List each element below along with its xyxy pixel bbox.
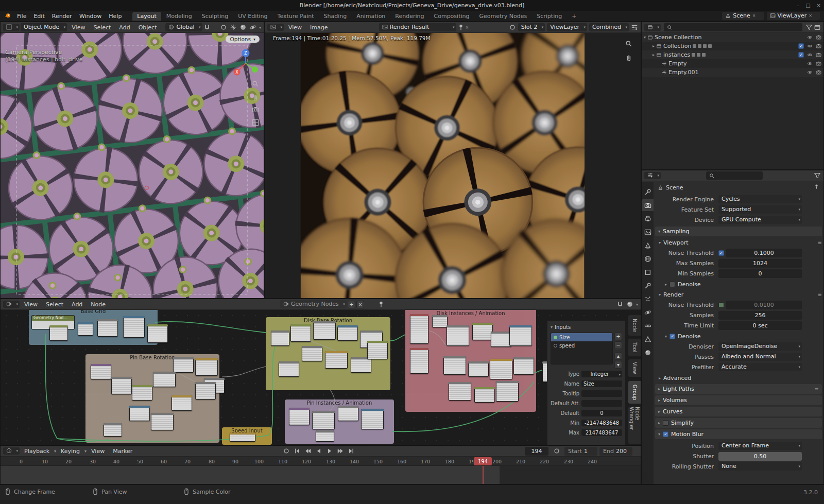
proportional-edit-icon[interactable] bbox=[220, 24, 227, 31]
viewport-menu-object[interactable]: Object bbox=[135, 24, 161, 31]
inputs-panel-header[interactable]: ▾ Inputs bbox=[551, 323, 622, 332]
node[interactable] bbox=[443, 356, 466, 375]
pin-icon[interactable] bbox=[377, 301, 385, 308]
timeline-menu-playback[interactable]: Playback bbox=[21, 447, 53, 455]
section-motion-blur[interactable]: ▾ ✓ Motion Blur bbox=[655, 429, 822, 439]
remove-input-button[interactable]: − bbox=[614, 341, 622, 349]
node[interactable] bbox=[337, 325, 358, 341]
shading-mode-icon[interactable] bbox=[249, 24, 256, 31]
menu-file[interactable]: File bbox=[13, 12, 30, 20]
camera-view-icon[interactable] bbox=[252, 106, 259, 113]
viewport-menu-select[interactable]: Select bbox=[90, 24, 114, 31]
tab-object-data[interactable] bbox=[642, 333, 654, 345]
render-slot-icon[interactable] bbox=[509, 24, 516, 31]
tab-output[interactable] bbox=[642, 213, 654, 224]
prev-keyframe-button[interactable] bbox=[303, 446, 313, 456]
unlink-node-tree-button[interactable]: × bbox=[356, 301, 364, 308]
editor-type-button[interactable]: ▾ bbox=[3, 447, 20, 455]
subsection-render-denoise[interactable]: ▾ ✓ Denoise bbox=[665, 332, 822, 341]
outliner-row-empty-001[interactable]: Empty.001 bbox=[642, 68, 823, 77]
snap-magnet-icon[interactable] bbox=[203, 24, 211, 31]
time-limit-field[interactable]: 0 sec bbox=[718, 321, 802, 330]
overlays-icon[interactable] bbox=[239, 24, 247, 31]
node-tree-selector[interactable]: Geometry Nodes ▾ bbox=[280, 300, 347, 308]
workspace-tab-uv-editing[interactable]: UV Editing bbox=[233, 12, 272, 21]
workspace-tab-rendering[interactable]: Rendering bbox=[390, 12, 428, 21]
tooltip-field[interactable] bbox=[581, 390, 622, 397]
panel-menu-icon[interactable]: ≡ bbox=[815, 386, 819, 392]
node[interactable] bbox=[290, 324, 311, 342]
list-item-size[interactable]: Size bbox=[551, 333, 612, 341]
node[interactable] bbox=[468, 361, 489, 377]
timeline-ruler[interactable]: 0 10 20 30 40 50 60 70 80 90 100 110 120… bbox=[1, 457, 641, 466]
default-attribute-field[interactable] bbox=[581, 400, 622, 407]
node-canvas[interactable]: Base Grid Disk Base Rotation Pin Base Ro… bbox=[1, 310, 641, 445]
eye-icon[interactable] bbox=[807, 34, 813, 40]
node[interactable] bbox=[325, 351, 348, 369]
timeline-track[interactable] bbox=[1, 466, 641, 484]
rolling-shutter-dropdown[interactable]: None▾ bbox=[718, 462, 802, 471]
jump-to-end-button[interactable] bbox=[346, 446, 356, 456]
eye-icon[interactable] bbox=[807, 61, 813, 66]
add-input-button[interactable]: + bbox=[614, 333, 622, 340]
render-engine-dropdown[interactable]: Cycles▾ bbox=[718, 195, 802, 203]
node[interactable] bbox=[171, 395, 192, 411]
node[interactable] bbox=[513, 357, 534, 375]
workspace-tab-modeling[interactable]: Modeling bbox=[162, 12, 197, 21]
node[interactable] bbox=[449, 382, 471, 401]
render-noise-threshold-field[interactable]: 0.0100 bbox=[726, 301, 802, 309]
properties-search-input[interactable] bbox=[706, 171, 763, 180]
node-menu-view[interactable]: View bbox=[21, 301, 41, 308]
chevron-down-icon[interactable]: ▾ bbox=[644, 35, 646, 40]
auto-keying-button[interactable] bbox=[281, 446, 291, 456]
node[interactable] bbox=[447, 325, 469, 346]
filter-icon[interactable] bbox=[814, 172, 821, 179]
navigation-gizmo[interactable]: Z X bbox=[231, 48, 261, 78]
node[interactable] bbox=[78, 322, 93, 336]
play-reverse-button[interactable] bbox=[314, 446, 324, 456]
menu-help[interactable]: Help bbox=[105, 12, 125, 20]
menu-edit[interactable]: Edit bbox=[30, 12, 48, 20]
pin-icon[interactable] bbox=[814, 184, 819, 189]
node[interactable] bbox=[289, 408, 310, 425]
slot-dropdown[interactable]: Slot 2 ▾ bbox=[518, 23, 545, 31]
node[interactable] bbox=[313, 321, 336, 340]
pin-icon[interactable] bbox=[457, 24, 465, 31]
subsection-advanced[interactable]: ▸ Advanced bbox=[659, 373, 822, 383]
outliner-row-collection[interactable]: ▸ Collection ✓ bbox=[642, 42, 823, 50]
snap-magnet-icon[interactable] bbox=[616, 301, 624, 308]
node[interactable] bbox=[147, 324, 168, 343]
tab-constraints[interactable] bbox=[642, 320, 654, 332]
section-simplify[interactable]: ▸ Simplify bbox=[655, 418, 822, 428]
feature-set-dropdown[interactable]: Supported▾ bbox=[718, 205, 802, 214]
position-dropdown[interactable]: Center on Frame▾ bbox=[718, 442, 802, 450]
image-editor-canvas[interactable]: Frame:194 | Time:01:20.25 | Mem:57.50M, … bbox=[265, 33, 641, 298]
noise-threshold-checkbox[interactable] bbox=[718, 302, 724, 308]
node[interactable] bbox=[279, 361, 299, 377]
eye-icon[interactable] bbox=[807, 52, 813, 58]
workspace-tab-layout[interactable]: Layout bbox=[132, 12, 161, 21]
denoiser-dropdown[interactable]: OpenImageDenoise▾ bbox=[718, 342, 802, 351]
blender-logo-icon[interactable] bbox=[4, 12, 11, 20]
tab-particles[interactable] bbox=[642, 293, 654, 305]
node[interactable] bbox=[491, 332, 511, 347]
workspace-tab-compositing[interactable]: Compositing bbox=[430, 12, 474, 21]
add-workspace-button[interactable]: + bbox=[567, 12, 581, 21]
min-samples-field[interactable]: 0 bbox=[718, 269, 802, 278]
node[interactable] bbox=[49, 325, 68, 341]
node[interactable] bbox=[496, 381, 519, 402]
node[interactable] bbox=[129, 406, 150, 421]
outliner-row-scene-collection[interactable]: ▾ Scene Collection bbox=[642, 33, 823, 42]
image-menu-view[interactable]: View bbox=[285, 24, 305, 31]
zoom-icon[interactable] bbox=[252, 80, 259, 88]
noise-threshold-checkbox[interactable]: ✓ bbox=[718, 250, 724, 256]
panel-menu-icon[interactable]: ≡ bbox=[818, 240, 822, 246]
layer-dropdown[interactable]: ViewLayer ▾ bbox=[547, 23, 587, 31]
node[interactable] bbox=[195, 382, 216, 399]
node[interactable] bbox=[509, 325, 532, 346]
pan-hand-icon[interactable] bbox=[625, 54, 632, 61]
chevron-down-icon[interactable]: ▾ bbox=[259, 25, 261, 30]
tab-material[interactable] bbox=[642, 346, 654, 358]
node[interactable] bbox=[123, 316, 145, 338]
viewport-menu-view[interactable]: View bbox=[68, 24, 89, 31]
